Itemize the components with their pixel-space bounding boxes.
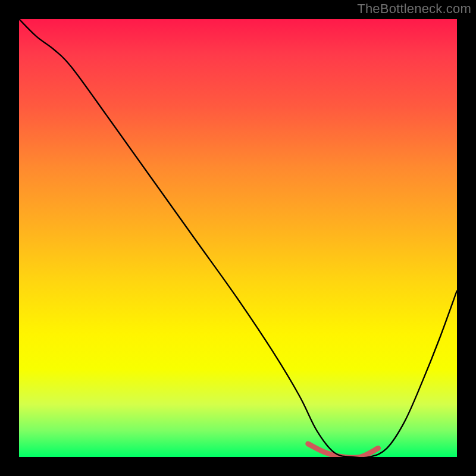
watermark-text: TheBottleneck.com: [357, 1, 471, 17]
plot-area: [19, 19, 457, 457]
curve-svg: [19, 19, 457, 457]
bottleneck-curve: [19, 19, 457, 457]
chart-frame: TheBottleneck.com: [0, 0, 476, 476]
valley-highlight: [308, 444, 378, 457]
